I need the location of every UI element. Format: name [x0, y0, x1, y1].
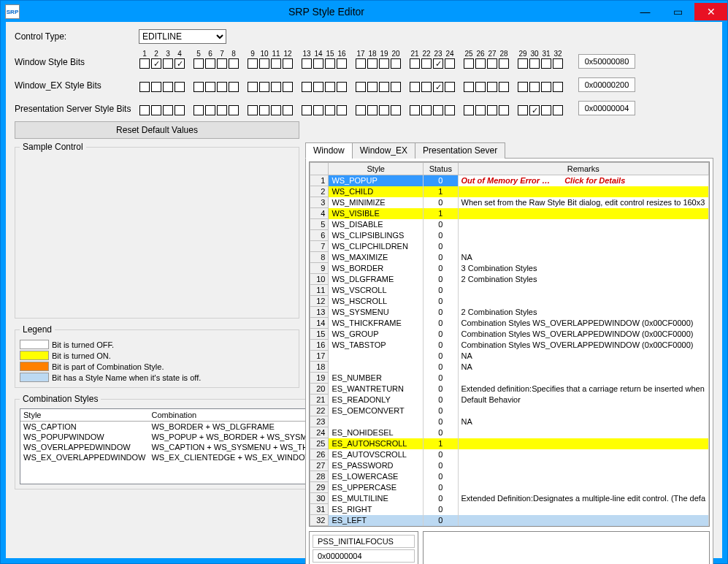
grid-row[interactable]: 32ES_LEFT0 — [310, 515, 709, 526]
bit-checkbox-8[interactable] — [229, 58, 239, 69]
grid-row[interactable]: 3WS_MINIMIZE0When set from the Raw Style… — [310, 197, 709, 208]
grid-row[interactable]: 16WS_TABSTOP0Combination Styles WS_OVERL… — [310, 340, 709, 351]
bit-checkbox-8[interactable] — [229, 82, 239, 92]
bit-checkbox-3[interactable] — [163, 58, 173, 69]
grid-row[interactable]: 2WS_CHILD1 — [310, 186, 709, 197]
bit-checkbox-26[interactable] — [475, 58, 486, 69]
grid-row[interactable]: 14WS_THICKFRAME0Combination Styles WS_OV… — [310, 318, 709, 329]
bit-checkbox-31[interactable] — [541, 105, 551, 115]
bit-checkbox-4[interactable] — [175, 58, 185, 69]
styles-grid[interactable]: Style Status Remarks 1WS_POPUP0Out of Me… — [310, 162, 709, 526]
bit-checkbox-12[interactable] — [283, 105, 293, 115]
bit-checkbox-18[interactable] — [367, 105, 378, 115]
tab-window[interactable]: Window — [305, 142, 353, 159]
bit-checkbox-7[interactable] — [217, 82, 227, 92]
bit-checkbox-27[interactable] — [487, 58, 497, 69]
bit-checkbox-20[interactable] — [391, 58, 401, 69]
grid-row[interactable]: 1WS_POPUP0Out of Memory Error …Click for… — [310, 175, 709, 186]
bit-checkbox-28[interactable] — [499, 105, 509, 115]
bit-checkbox-14[interactable] — [313, 105, 323, 115]
bit-checkbox-16[interactable] — [337, 105, 347, 115]
close-button[interactable]: ✕ — [694, 3, 727, 20]
bit-checkbox-10[interactable] — [259, 105, 269, 115]
bit-checkbox-5[interactable] — [194, 105, 204, 115]
grid-row[interactable]: 15WS_GROUP0Combination Styles WS_OVERLAP… — [310, 329, 709, 340]
bit-checkbox-20[interactable] — [391, 82, 401, 92]
bit-checkbox-24[interactable] — [445, 82, 455, 92]
bit-checkbox-2[interactable] — [151, 82, 161, 92]
bit-checkbox-24[interactable] — [445, 58, 455, 69]
bit-checkbox-24[interactable] — [445, 105, 455, 115]
bit-checkbox-5[interactable] — [194, 58, 204, 69]
grid-row[interactable]: 24ES_NOHIDESEL0 — [310, 427, 709, 438]
bit-checkbox-15[interactable] — [325, 82, 335, 92]
bit-checkbox-1[interactable] — [139, 105, 150, 115]
bit-checkbox-19[interactable] — [379, 82, 389, 92]
combo-row[interactable]: WS_CAPTIONWS_BORDER + WS_DLGFRAME — [20, 422, 353, 432]
bit-checkbox-6[interactable] — [205, 58, 215, 69]
tab-presentation-sever[interactable]: Presentation Sever — [415, 142, 505, 159]
bit-checkbox-12[interactable] — [283, 82, 293, 92]
bit-checkbox-25[interactable] — [464, 105, 474, 115]
bit-checkbox-16[interactable] — [337, 58, 347, 69]
grid-row[interactable]: 26ES_AUTOVSCROLL0 — [310, 449, 709, 460]
bit-checkbox-4[interactable] — [175, 105, 185, 115]
grid-row[interactable]: 13WS_SYSMENU02 Combination Styles — [310, 307, 709, 318]
bit-checkbox-1[interactable] — [139, 82, 150, 92]
grid-row[interactable]: 19ES_NUMBER0 — [310, 373, 709, 384]
bit-checkbox-14[interactable] — [313, 82, 323, 92]
bit-checkbox-1[interactable] — [139, 58, 150, 69]
bit-checkbox-32[interactable] — [553, 82, 563, 92]
grid-row[interactable]: 25ES_AUTOHSCROLL1 — [310, 438, 709, 449]
bit-checkbox-19[interactable] — [379, 105, 389, 115]
bit-checkbox-16[interactable] — [337, 82, 347, 92]
bit-checkbox-30[interactable] — [529, 58, 540, 69]
bit-checkbox-21[interactable] — [410, 82, 420, 92]
bit-checkbox-31[interactable] — [541, 58, 551, 69]
bit-checkbox-2[interactable] — [151, 58, 161, 69]
bit-checkbox-7[interactable] — [217, 105, 227, 115]
grid-row[interactable]: 9WS_BORDER03 Combination Styles — [310, 263, 709, 274]
bit-checkbox-27[interactable] — [487, 105, 497, 115]
bit-checkbox-29[interactable] — [518, 105, 528, 115]
bit-checkbox-30[interactable] — [529, 82, 540, 92]
maximize-button[interactable]: ▭ — [662, 3, 694, 20]
bit-checkbox-30[interactable] — [529, 105, 540, 115]
bit-checkbox-17[interactable] — [356, 82, 366, 92]
bit-checkbox-27[interactable] — [487, 82, 497, 92]
bit-checkbox-23[interactable] — [433, 105, 443, 115]
bit-checkbox-32[interactable] — [553, 58, 563, 69]
grid-row[interactable]: 30ES_MULTILINE0Extended Definition:Desig… — [310, 493, 709, 504]
bit-checkbox-13[interactable] — [302, 105, 312, 115]
bit-checkbox-9[interactable] — [248, 58, 258, 69]
bit-checkbox-8[interactable] — [229, 105, 239, 115]
bit-checkbox-20[interactable] — [391, 105, 401, 115]
grid-row[interactable]: 21ES_READONLY0Default Behavior — [310, 395, 709, 405]
bit-checkbox-5[interactable] — [194, 82, 204, 92]
bit-checkbox-14[interactable] — [313, 58, 323, 69]
bit-checkbox-26[interactable] — [475, 82, 486, 92]
grid-row[interactable]: 230NA — [310, 416, 709, 427]
bit-checkbox-29[interactable] — [518, 58, 528, 69]
combo-row[interactable]: WS_POPUPWINDOWWS_POPUP + WS_BORDER + WS_… — [20, 432, 353, 442]
bit-checkbox-13[interactable] — [302, 58, 312, 69]
bit-checkbox-18[interactable] — [367, 82, 378, 92]
bit-checkbox-2[interactable] — [151, 105, 161, 115]
grid-row[interactable]: 31ES_RIGHT0 — [310, 504, 709, 515]
grid-row[interactable]: 12WS_HSCROLL0 — [310, 296, 709, 307]
grid-row[interactable]: 20ES_WANTRETURN0Extended definition:Spec… — [310, 384, 709, 395]
grid-row[interactable]: 28ES_LOWERCASE0 — [310, 471, 709, 482]
bit-checkbox-32[interactable] — [553, 105, 563, 115]
grid-row[interactable]: 11WS_VSCROLL0 — [310, 285, 709, 296]
grid-row[interactable]: 5WS_DISABLE0 — [310, 219, 709, 230]
tab-window-ex[interactable]: Window_EX — [352, 142, 415, 159]
bit-checkbox-13[interactable] — [302, 82, 312, 92]
grid-row[interactable]: 22ES_OEMCONVERT0 — [310, 405, 709, 416]
grid-row[interactable]: 29ES_UPPERCASE0 — [310, 482, 709, 493]
bit-checkbox-22[interactable] — [421, 105, 432, 115]
bit-checkbox-9[interactable] — [248, 105, 258, 115]
grid-row[interactable]: 170NA — [310, 351, 709, 362]
combo-row[interactable]: WS_OVERLAPPEDWINDOWWS_CAPTION + WS_SYSME… — [20, 442, 353, 452]
reset-button[interactable]: Reset Default Values — [15, 121, 299, 139]
bit-checkbox-11[interactable] — [271, 82, 281, 92]
